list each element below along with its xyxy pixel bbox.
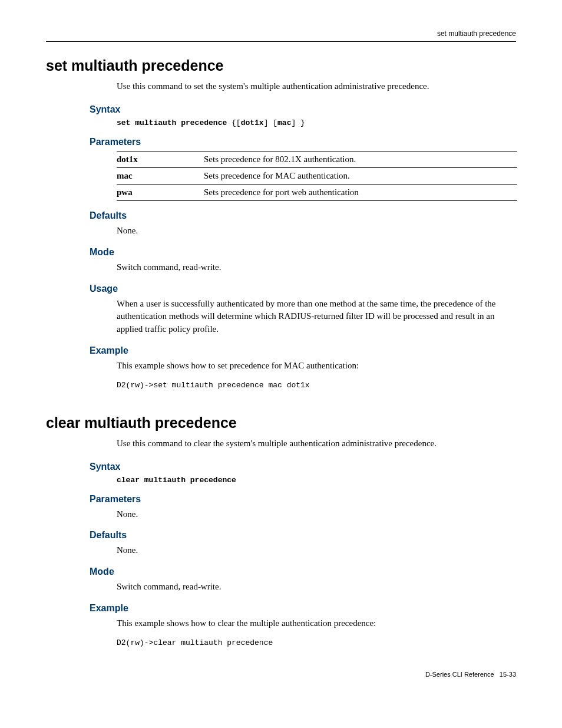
mode-text: Switch command, read-write.	[117, 261, 516, 274]
defaults-text: None.	[117, 225, 516, 238]
example-intro: This example shows how to set precedence…	[117, 360, 516, 373]
heading-syntax: Syntax	[90, 462, 516, 472]
footer-doc: D-Series CLI Reference	[425, 671, 494, 678]
usage-text: When a user is successfully authenticate…	[117, 298, 516, 336]
syntax-line: set multiauth precedence {[dot1x] [mac] …	[117, 118, 516, 127]
heading-parameters: Parameters	[90, 494, 516, 505]
heading-defaults: Defaults	[90, 530, 516, 541]
param-name: mac	[117, 168, 204, 185]
syntax-line: clear multiauth precedence	[117, 476, 516, 485]
example-code: D2(rw)->clear multiauth precedence	[117, 638, 516, 647]
defaults-text: None.	[117, 544, 516, 557]
page-header-rule: set multiauth precedence	[46, 31, 516, 42]
heading-usage: Usage	[90, 284, 516, 294]
heading-mode: Mode	[90, 566, 516, 577]
section-intro: Use this command to clear the system's m…	[117, 437, 516, 450]
example-code: D2(rw)->set multiauth precedence mac dot…	[117, 381, 516, 390]
section-title-clear: clear multiauth precedence	[46, 414, 516, 431]
table-row: pwa Sets precedence for port web authent…	[117, 185, 517, 201]
param-name: dot1x	[117, 151, 204, 168]
mode-text: Switch command, read-write.	[117, 581, 516, 594]
heading-example: Example	[90, 345, 516, 356]
table-row: dot1x Sets precedence for 802.1X authent…	[117, 151, 517, 168]
table-row: mac Sets precedence for MAC authenticati…	[117, 168, 517, 185]
running-header: set multiauth precedence	[437, 29, 516, 38]
section-title-set: set multiauth precedence	[46, 57, 516, 74]
param-desc: Sets precedence for port web authenticat…	[204, 185, 517, 201]
heading-defaults: Defaults	[90, 210, 516, 221]
section-intro: Use this command to set the system's mul…	[117, 80, 516, 93]
heading-mode: Mode	[90, 247, 516, 258]
parameters-table: dot1x Sets precedence for 802.1X authent…	[117, 151, 517, 201]
param-name: pwa	[117, 185, 204, 201]
param-desc: Sets precedence for MAC authentication.	[204, 168, 517, 185]
parameters-none: None.	[117, 508, 516, 521]
heading-example: Example	[90, 603, 516, 614]
example-intro: This example shows how to clear the mult…	[117, 617, 516, 630]
heading-parameters: Parameters	[90, 137, 516, 147]
footer-page: 15-33	[500, 671, 516, 678]
page-footer: D-Series CLI Reference 15-33	[46, 671, 516, 678]
heading-syntax: Syntax	[90, 104, 516, 115]
param-desc: Sets precedence for 802.1X authenticatio…	[204, 151, 517, 168]
